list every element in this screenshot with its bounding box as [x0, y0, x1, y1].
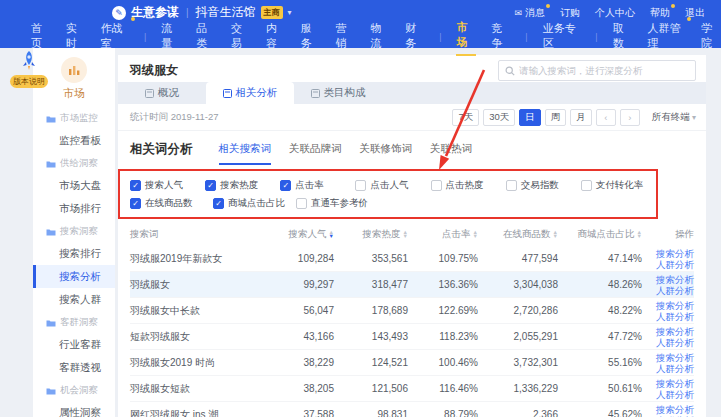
metric-checkbox-支付转化率[interactable]: 支付转化率 — [581, 176, 656, 194]
sidebar-item-行业客群[interactable]: 行业客群 — [33, 333, 115, 356]
sidebar-item-搜索排行[interactable]: 搜索排行 — [33, 242, 115, 265]
metric-checkbox-在线商品数[interactable]: ✓在线商品数 — [130, 194, 213, 212]
action-link-搜索分析[interactable]: 搜索分析 — [656, 352, 694, 363]
column-header-搜索热度[interactable]: 搜索热度▲▼ — [334, 228, 408, 241]
value-cell: 118.23% — [408, 331, 478, 342]
nav-item-内容[interactable]: 内容 — [265, 19, 286, 55]
nav-item-流量[interactable]: 流量 — [160, 19, 181, 55]
sidebar-item-搜索分析[interactable]: 搜索分析 — [33, 265, 115, 288]
date-button-日[interactable]: 日 — [519, 109, 541, 126]
sidebar-group-市场监控[interactable]: 市场监控 — [33, 107, 115, 129]
date-button-周[interactable]: 周 — [545, 109, 567, 126]
related-word-subtabs: 相关搜索词关联品牌词关联修饰词关联热词 — [219, 142, 473, 165]
utility-item-帮助[interactable]: 帮助 — [650, 6, 670, 20]
column-header-在线商品数[interactable]: 在线商品数▲▼ — [478, 228, 558, 241]
nav-item-人群管理[interactable]: 人群管理 — [647, 19, 687, 55]
keyword-cell: 短款羽绒服女 — [130, 330, 264, 344]
sidebar-item-客群透视[interactable]: 客群透视 — [33, 356, 115, 379]
sidebar-group-机会洞察[interactable]: 机会洞察 — [33, 379, 115, 401]
date-prev-icon[interactable]: ‹ — [596, 109, 616, 126]
action-link-人群分析[interactable]: 人群分析 — [656, 311, 694, 322]
table-body: 羽绒服2019年新款女109,284353,561109.75%477,5944… — [130, 246, 694, 417]
action-link-搜索分析[interactable]: 搜索分析 — [656, 300, 694, 311]
keyword-search-box[interactable] — [498, 60, 696, 81]
column-header-搜索人气[interactable]: 搜索人气▲▼ — [264, 228, 334, 241]
folder-icon — [46, 319, 56, 327]
tab-相关分析[interactable]: 相关分析 — [206, 82, 294, 104]
nav-item-业务专区[interactable]: 业务专区 — [542, 19, 582, 55]
value-cell: 2,720,286 — [478, 305, 558, 316]
date-next-icon[interactable]: › — [620, 109, 640, 126]
nav-item-财务[interactable]: 财务 — [404, 19, 425, 55]
metric-checkbox-搜索人气[interactable]: ✓搜索人气 — [130, 176, 205, 194]
action-link-人群分析[interactable]: 人群分析 — [656, 337, 694, 348]
nav-item-label: 财务 — [405, 22, 416, 49]
metric-checkbox-点击率[interactable]: ✓点击率 — [280, 176, 355, 194]
utility-item-个人中心[interactable]: 个人中心 — [595, 6, 635, 20]
date-button-月[interactable]: 月 — [570, 109, 592, 126]
nav-item-品类[interactable]: 品类 — [195, 19, 216, 55]
action-link-搜索分析[interactable]: 搜索分析 — [656, 326, 694, 337]
sidebar-group-客群洞察[interactable]: 客群洞察 — [33, 311, 115, 333]
tab-概况[interactable]: 概况 — [118, 82, 206, 104]
metric-checkbox-商城点击占比[interactable]: ✓商城点击占比 — [213, 194, 296, 212]
tab-pin-icon — [311, 89, 320, 98]
utility-item-消息[interactable]: ✉消息 — [514, 6, 545, 20]
nav-item-label: 作战室 — [101, 22, 123, 49]
action-link-搜索分析[interactable]: 搜索分析 — [656, 378, 694, 389]
value-cell: 122.69% — [408, 305, 478, 316]
tab-类目构成[interactable]: 类目构成 — [294, 82, 382, 104]
action-link-人群分析[interactable]: 人群分析 — [656, 363, 694, 374]
subtab-关联品牌词[interactable]: 关联品牌词 — [289, 142, 342, 165]
notification-dot — [687, 17, 691, 21]
table-row: 短款羽绒服女43,166143,493118.23%2,055,29147.72… — [130, 324, 694, 350]
subtab-相关搜索词[interactable]: 相关搜索词 — [219, 142, 272, 165]
metric-checkbox-搜索热度[interactable]: ✓搜索热度 — [205, 176, 280, 194]
sidebar-group-搜索洞察[interactable]: 搜索洞察 — [33, 220, 115, 242]
nav-item-交易[interactable]: 交易 — [230, 19, 251, 55]
version-help-float[interactable]: 版本说明 — [6, 50, 52, 88]
table-row: 羽绒服女中长款56,047178,689122.69%2,720,28648.2… — [130, 298, 694, 324]
action-link-人群分析[interactable]: 人群分析 — [656, 259, 694, 270]
sidebar-item-市场排行[interactable]: 市场排行 — [33, 197, 115, 220]
nav-item-市场[interactable]: 市场 — [456, 18, 477, 56]
action-link-搜索分析[interactable]: 搜索分析 — [656, 404, 694, 415]
sidebar-item-监控看板[interactable]: 监控看板 — [33, 129, 115, 152]
terminal-filter-select[interactable]: 所有终端 ▾ — [652, 111, 696, 124]
checkbox-label: 点击率 — [295, 179, 324, 192]
action-link-人群分析[interactable]: 人群分析 — [656, 285, 694, 296]
action-link-搜索分析[interactable]: 搜索分析 — [656, 248, 694, 259]
nav-item-学院[interactable]: 学院 — [700, 19, 721, 55]
nav-item-服务[interactable]: 服务 — [300, 19, 321, 55]
nav-item-label: 品类 — [196, 22, 207, 49]
value-cell: 1,336,229 — [478, 383, 558, 394]
metric-checkbox-点击热度[interactable]: 点击热度 — [431, 176, 506, 194]
nav-item-物流[interactable]: 物流 — [370, 19, 391, 55]
metric-checkbox-直通车参考价[interactable]: 直通车参考价 — [296, 194, 379, 212]
nav-item-取数[interactable]: 取数 — [612, 19, 633, 55]
nav-item-营销[interactable]: 营销 — [335, 19, 356, 55]
search-input[interactable] — [519, 65, 689, 76]
sidebar-item-属性洞察[interactable]: 属性洞察 — [33, 401, 115, 417]
column-header-点击率[interactable]: 点击率▲▼ — [408, 228, 478, 241]
subtab-关联修饰词[interactable]: 关联修饰词 — [360, 142, 413, 165]
nav-item-作战室[interactable]: 作战室 — [100, 19, 130, 55]
action-link-人群分析[interactable]: 人群分析 — [656, 389, 694, 400]
sidebar-module-label: 市场 — [33, 86, 115, 101]
folder-icon — [46, 115, 56, 123]
subtab-关联热词[interactable]: 关联热词 — [430, 142, 472, 165]
metric-checkbox-点击人气[interactable]: 点击人气 — [355, 176, 430, 194]
value-cell: 48.26% — [558, 279, 642, 290]
column-header-商城点击占比[interactable]: 商城点击占比▲▼ — [558, 228, 642, 241]
date-button-30天[interactable]: 30天 — [483, 109, 515, 126]
sidebar-item-市场大盘[interactable]: 市场大盘 — [33, 174, 115, 197]
sidebar-group-供给洞察[interactable]: 供给洞察 — [33, 152, 115, 174]
nav-item-竞争[interactable]: 竞争 — [490, 19, 511, 55]
sidebar-item-搜索人群[interactable]: 搜索人群 — [33, 288, 115, 311]
table-row: 网红羽绒服女 ins 潮37,58898,83188.79%2,36645.62… — [130, 402, 694, 417]
nav-item-实时[interactable]: 实时 — [65, 19, 86, 55]
date-button-7天[interactable]: 7天 — [452, 109, 479, 126]
action-link-搜索分析[interactable]: 搜索分析 — [656, 274, 694, 285]
utility-item-订购[interactable]: 订购 — [560, 6, 580, 20]
metric-checkbox-交易指数[interactable]: 交易指数 — [506, 176, 581, 194]
